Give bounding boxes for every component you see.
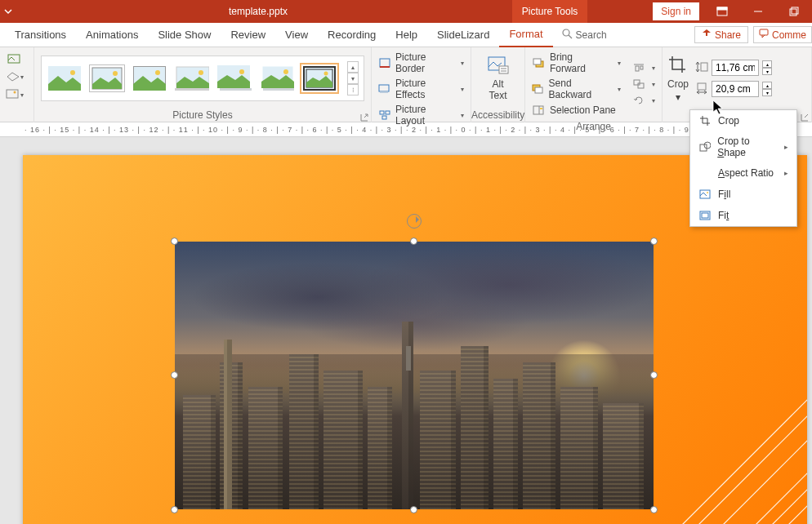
svg-rect-44 bbox=[535, 87, 542, 93]
bring-forward-button[interactable]: Bring Forward▾ bbox=[530, 51, 622, 75]
group-icon bbox=[632, 78, 645, 91]
send-backward-button[interactable]: Send Backward▾ bbox=[530, 77, 622, 101]
share-button[interactable]: Share bbox=[694, 26, 748, 43]
height-input[interactable] bbox=[712, 60, 759, 76]
svg-point-10 bbox=[14, 91, 16, 94]
style-thumb-7[interactable] bbox=[301, 64, 337, 92]
menu-aspect-ratio[interactable]: Aspect Ratio▸ bbox=[690, 162, 796, 184]
menu-crop-to-shape[interactable]: Crop to Shape▸ bbox=[690, 131, 796, 162]
resize-handle-ne[interactable] bbox=[650, 238, 658, 245]
menu-fill[interactable]: Fill bbox=[690, 184, 796, 205]
svg-rect-1 bbox=[717, 7, 727, 10]
svg-point-66 bbox=[704, 142, 711, 149]
svg-rect-7 bbox=[760, 29, 768, 35]
crop-button[interactable]: Crop ▾ bbox=[667, 55, 689, 103]
selected-picture[interactable] bbox=[175, 242, 654, 509]
resize-handle-sw[interactable] bbox=[171, 506, 178, 513]
sign-in-button[interactable]: Sign in bbox=[653, 2, 699, 20]
svg-point-5 bbox=[563, 29, 569, 36]
resize-handle-s[interactable] bbox=[410, 506, 417, 513]
size-launcher-icon[interactable] bbox=[800, 113, 810, 122]
height-icon bbox=[695, 60, 708, 76]
svg-rect-36 bbox=[382, 116, 386, 119]
tab-animations[interactable]: Animations bbox=[76, 23, 148, 47]
group-label-arrange: Arrange bbox=[576, 121, 611, 132]
svg-rect-50 bbox=[640, 66, 643, 69]
styles-launcher-icon[interactable] bbox=[359, 113, 369, 122]
resize-handle-w[interactable] bbox=[171, 371, 178, 379]
style-thumb-1[interactable] bbox=[47, 64, 83, 92]
svg-rect-52 bbox=[638, 83, 644, 88]
svg-rect-9 bbox=[7, 90, 18, 98]
style-thumb-6[interactable] bbox=[259, 64, 295, 92]
city-skyline-image bbox=[175, 242, 654, 509]
picture-border-button[interactable]: Picture Border▾ bbox=[377, 51, 466, 75]
change-picture-button[interactable]: ▾ bbox=[5, 87, 25, 103]
style-thumb-3[interactable] bbox=[132, 64, 167, 92]
tab-transitions[interactable]: Transitions bbox=[5, 23, 76, 47]
tab-slide-show[interactable]: Slide Show bbox=[148, 23, 221, 47]
crop-icon bbox=[667, 55, 689, 77]
tab-help[interactable]: Help bbox=[386, 23, 427, 47]
alt-text-button[interactable]: Alt Text bbox=[488, 56, 509, 101]
context-tab-picture-tools[interactable]: Picture Tools bbox=[512, 0, 587, 23]
remove-background-button[interactable] bbox=[5, 51, 25, 67]
svg-rect-3 bbox=[790, 9, 796, 16]
group-label-styles: Picture Styles bbox=[172, 109, 232, 121]
width-field[interactable]: ▴▾ bbox=[695, 81, 772, 97]
group-picture-styles: ▴▾⁝ Picture Styles bbox=[34, 47, 372, 122]
selection-pane-button[interactable]: Selection Pane bbox=[530, 103, 622, 118]
menu-fit[interactable]: Fit bbox=[690, 205, 796, 226]
comments-button[interactable]: Comme bbox=[753, 26, 812, 43]
svg-rect-23 bbox=[220, 88, 252, 91]
shape-icon bbox=[698, 140, 711, 153]
window-minimize[interactable] bbox=[740, 0, 776, 23]
style-thumb-5[interactable] bbox=[216, 64, 252, 92]
crop-dropdown-menu: Crop Crop to Shape▸ Aspect Ratio▸ Fill F… bbox=[689, 109, 797, 227]
gallery-scroll[interactable]: ▴▾⁝ bbox=[347, 61, 359, 95]
group-label-accessibility: Accessibility bbox=[471, 109, 524, 121]
picture-layout-button[interactable]: Picture Layout▾ bbox=[377, 103, 466, 127]
tab-recording[interactable]: Recording bbox=[318, 23, 386, 47]
svg-rect-56 bbox=[698, 83, 706, 90]
group-button[interactable]: ▾ bbox=[631, 77, 657, 91]
qat-dropdown[interactable] bbox=[0, 0, 16, 23]
svg-line-62 bbox=[685, 473, 807, 524]
search-label: Search bbox=[576, 29, 607, 41]
crop-icon bbox=[698, 114, 712, 127]
ribbon-display-options[interactable] bbox=[704, 0, 740, 23]
picture-effects-button[interactable]: Picture Effects▾ bbox=[377, 77, 466, 101]
svg-rect-32 bbox=[379, 85, 389, 91]
tab-view[interactable]: View bbox=[275, 23, 318, 47]
align-button[interactable]: ▾ bbox=[631, 60, 657, 75]
align-icon bbox=[632, 61, 645, 74]
comment-icon bbox=[759, 29, 769, 41]
resize-handle-se[interactable] bbox=[650, 506, 658, 513]
tab-slidelizard[interactable]: SlideLizard bbox=[427, 23, 499, 47]
crop-dropdown-arrow[interactable]: ▾ bbox=[676, 91, 680, 103]
menu-crop[interactable]: Crop bbox=[690, 110, 796, 131]
rotate-button[interactable]: ▾ bbox=[631, 93, 657, 108]
svg-point-12 bbox=[70, 70, 75, 75]
tab-review[interactable]: Review bbox=[221, 23, 275, 47]
resize-handle-nw[interactable] bbox=[171, 238, 178, 245]
style-thumb-4[interactable] bbox=[174, 64, 210, 92]
resize-handle-n[interactable] bbox=[410, 238, 417, 245]
height-field[interactable]: ▴▾ bbox=[695, 60, 772, 76]
style-thumb-2[interactable] bbox=[89, 64, 125, 92]
svg-point-14 bbox=[113, 71, 118, 76]
resize-handle-e[interactable] bbox=[650, 371, 658, 379]
tab-format[interactable]: Format bbox=[499, 23, 552, 47]
rotation-handle[interactable] bbox=[407, 214, 422, 229]
width-input[interactable] bbox=[712, 81, 759, 97]
window-restore[interactable] bbox=[776, 0, 812, 23]
send-backward-icon bbox=[532, 82, 544, 95]
group-adjust: ▾ ▾ bbox=[0, 47, 34, 122]
layout-icon bbox=[378, 109, 390, 122]
width-spinner[interactable]: ▴▾ bbox=[762, 82, 772, 96]
search-box[interactable]: Search bbox=[553, 28, 615, 42]
corrections-button[interactable]: ▾ bbox=[5, 69, 25, 85]
height-spinner[interactable]: ▴▾ bbox=[762, 60, 772, 75]
picture-styles-gallery[interactable]: ▴▾⁝ bbox=[41, 56, 364, 101]
border-icon bbox=[378, 56, 390, 69]
